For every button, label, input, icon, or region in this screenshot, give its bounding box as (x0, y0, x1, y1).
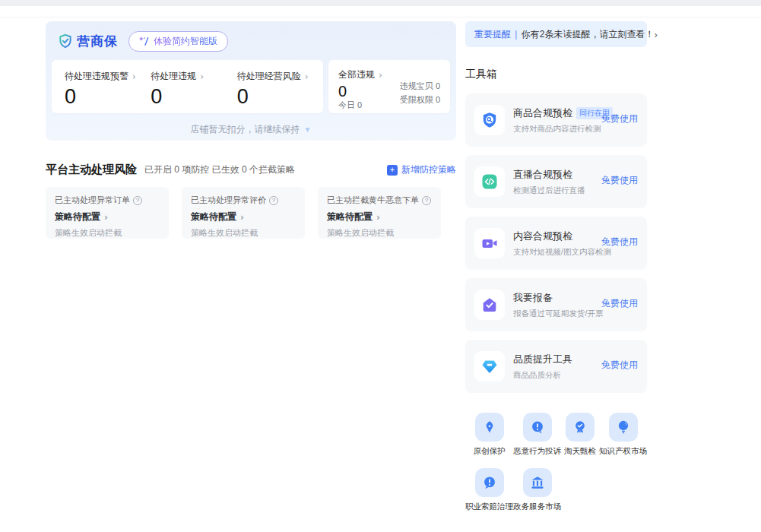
try-smart-version-button[interactable]: 体验简约智能版 (128, 31, 228, 52)
platform-risk-section: 平台主动处理风险 已开启 0 项防控 已生效 0 个拦截策略 + 新增防控策略 … (46, 163, 456, 239)
gem-icon (480, 357, 499, 375)
chevron-right-icon: › (240, 212, 244, 223)
shortcut-tile (523, 468, 552, 497)
shortcut-tile (523, 413, 552, 442)
configure-strategy-link[interactable]: 策略待配置› (55, 211, 160, 223)
right-sidebar: 重要提醒 ｜ 你有2条未读提醒，请立刻查看！ › 工具箱 商品合规预检 同行在用… (465, 21, 647, 512)
shortcut-original-protection[interactable]: 原创保护 (465, 413, 513, 457)
risk-section-subtitle: 已开启 0 项防控 已生效 0 个拦截策略 (144, 163, 295, 176)
risk-section-title: 平台主动处理风险 (46, 163, 137, 177)
tool-icon-tile (474, 166, 505, 197)
shortcut-malicious-behavior-complaint[interactable]: 恶意行为投诉 (513, 413, 561, 457)
risk-card-desc: 策略生效启动拦截 (191, 227, 296, 239)
shortcut-label: 知识产权市场 (599, 446, 647, 457)
risk-card-abnormal-reviews: 已主动处理异常评价? 策略待配置› 策略生效启动拦截 (182, 187, 305, 239)
risk-cards-row: 已主动处理异常订单? 策略待配置› 策略生效启动拦截 已主动处理异常评价? 策略… (46, 187, 456, 239)
add-control-strategy-label: 新增防控策略 (401, 163, 456, 176)
medal-icon (572, 420, 588, 435)
shortcut-tile (475, 413, 504, 442)
all-violations-card[interactable]: 全部违规› 0 今日 0 违规宝贝 0 受限权限 0 (328, 60, 450, 113)
stat-value: 0 (237, 85, 323, 108)
risk-card-desc: 策略生效启动拦截 (327, 227, 432, 239)
configure-strategy-link[interactable]: 策略待配置› (191, 211, 296, 223)
free-use-link[interactable]: 免费使用 (601, 359, 638, 372)
risk-card-desc: 策略生效启动拦截 (55, 227, 160, 239)
shortcut-label: 原创保护 (474, 446, 506, 457)
tool-name: 商品合规预检 (513, 106, 572, 120)
shortcut-ip-market[interactable]: 知识产权市场 (599, 413, 647, 457)
help-icon[interactable]: ? (133, 196, 142, 205)
risk-card-title: 已主动处理异常评价 (191, 195, 266, 206)
app-logo-text: 营商保 (77, 33, 118, 50)
tool-product-compliance-precheck[interactable]: 商品合规预检 同行在用 支持对商品内容进行检测 免费使用 (465, 93, 647, 147)
stat-label: 待处理违规预警 (65, 70, 128, 83)
free-use-link[interactable]: 免费使用 (601, 297, 638, 310)
risk-card-title: 已主动处理异常订单 (55, 195, 130, 206)
bank-icon (530, 475, 545, 490)
stat-label: 待处理经营风险 (237, 70, 301, 83)
header-divider (0, 17, 761, 17)
ai-sparkle-icon (139, 36, 149, 46)
plus-icon: + (387, 165, 398, 176)
help-icon[interactable]: ? (269, 196, 278, 205)
browser-top-strip (0, 0, 761, 6)
help-icon[interactable]: ? (422, 196, 431, 205)
configure-strategy-link[interactable]: 策略待配置› (327, 211, 432, 223)
chevron-right-icon: › (200, 71, 204, 82)
chevron-right-icon: › (376, 212, 380, 223)
tool-name: 品质提升工具 (513, 353, 572, 366)
shortcut-label: 恶意行为投诉 (513, 446, 561, 457)
free-use-link[interactable]: 免费使用 (601, 112, 638, 125)
shield-check-logo-icon (58, 33, 73, 49)
shortcut-professional-claim-governance[interactable]: 职业索赔治理 (465, 468, 513, 512)
tool-icon-tile (474, 228, 505, 258)
shortcut-taotian-inspection[interactable]: 淘天甄检 (561, 413, 599, 457)
all-violations-value: 0 (338, 83, 382, 100)
free-use-link[interactable]: 免费使用 (601, 174, 638, 187)
risk-card-title: 已主动拦截黄牛恶意下单 (327, 195, 419, 206)
no-deduction-tip: 店铺暂无扣分，请继续保持▼ (52, 123, 450, 136)
chevron-right-icon: › (654, 29, 657, 40)
tool-content-compliance-precheck[interactable]: 内容合规预检 支持对短视频/图文内容检测 免费使用 (465, 217, 647, 270)
today-count: 今日 0 (338, 100, 382, 111)
restricted-permissions-count: 受限权限 0 (400, 94, 440, 106)
chevron-right-icon: › (132, 71, 136, 82)
tool-icon-tile (474, 290, 505, 320)
lightbulb-icon (616, 420, 631, 435)
caret-down-icon[interactable]: ▼ (304, 125, 312, 134)
pending-stats-card: 待处理违规预警› 0 待处理违规› 0 待处理经营风险› 0 (52, 60, 323, 113)
add-control-strategy-button[interactable]: + 新增防控策略 (387, 163, 456, 176)
tool-icon-tile (474, 105, 505, 135)
free-use-link[interactable]: 免费使用 (601, 236, 638, 249)
tool-quality-improvement[interactable]: 品质提升工具 商品品质分析 免费使用 (465, 340, 647, 393)
shortcut-tile (609, 413, 638, 442)
toolbox-title: 工具箱 (465, 68, 647, 81)
stat-label: 全部违规 (338, 68, 375, 81)
tool-name: 直播合规预检 (513, 168, 572, 182)
risk-card-scalper-orders: 已主动拦截黄牛恶意下单? 策略待配置› 策略生效启动拦截 (318, 187, 441, 239)
stat-pending-violation[interactable]: 待处理违规› 0 (151, 70, 236, 113)
shortcut-label: 淘天甄检 (564, 446, 596, 457)
shortcut-tile (475, 468, 504, 497)
reminder-text: 你有2条未读提醒，请立刻查看！ (522, 28, 655, 41)
risk-card-abnormal-orders: 已主动处理异常订单? 策略待配置› 策略生效启动拦截 (46, 187, 169, 239)
chevron-right-icon: › (305, 71, 309, 82)
tool-icon-tile (474, 351, 505, 382)
stat-pending-business-risk[interactable]: 待处理经营风险› 0 (237, 70, 323, 113)
stats-row: 待处理违规预警› 0 待处理违规› 0 待处理经营风险› 0 全部违规› 0 今… (52, 60, 450, 113)
main-content: 营商保 体验简约智能版 待处理违规预警› 0 待处理违规› 0 (46, 21, 456, 239)
house-check-icon (480, 296, 499, 314)
tool-livestream-compliance-precheck[interactable]: 直播合规预检 检测通过后进行直播 免费使用 (465, 155, 647, 208)
video-camera-icon (480, 234, 499, 252)
violating-items-count: 违规宝贝 0 (400, 81, 440, 92)
divider-glyph: ｜ (512, 28, 521, 41)
tool-name: 我要报备 (513, 291, 553, 305)
shield-search-icon (480, 111, 499, 129)
important-reminder-banner[interactable]: 重要提醒 ｜ 你有2条未读提醒，请立刻查看！ › (465, 21, 647, 47)
shortcut-government-service-market[interactable]: 政务服务市场 (513, 468, 561, 512)
code-icon (480, 173, 499, 191)
try-smart-version-label: 体验简约智能版 (154, 35, 217, 48)
chevron-right-icon: › (104, 212, 108, 223)
tool-report-filing[interactable]: 我要报备 报备通过可延期发货/开票 免费使用 (465, 278, 647, 331)
stat-pending-warning[interactable]: 待处理违规预警› 0 (65, 70, 151, 113)
